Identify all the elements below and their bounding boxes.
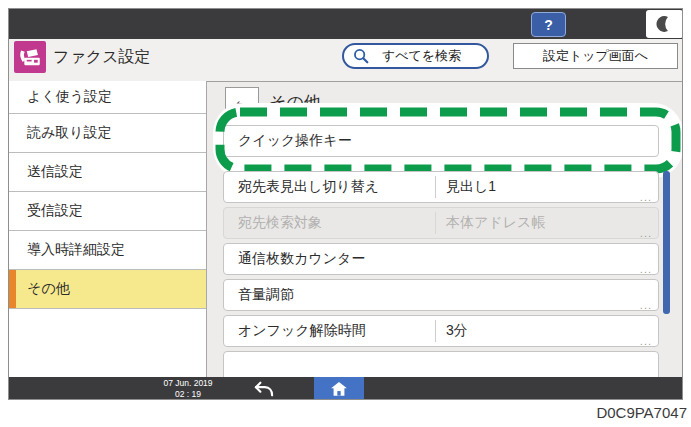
sidebar-item-2[interactable]: 送信設定 [9,153,206,192]
settings-panel: ← その他 クイック操作キー 宛先表見出し切り替え見出し1...宛先検索対象本体… [207,81,683,377]
document-code: D0C9PA7047 [596,404,687,421]
sidebar-item-4[interactable]: 導入時詳細設定 [9,231,206,270]
row-value: 見出し1 [435,176,496,198]
sidebar-item-label: その他 [9,280,70,298]
list-row-4[interactable]: 音量調節... [223,279,659,311]
row-label: 宛先表見出し切り替え [224,178,379,196]
list-row-2: 宛先検索対象本体アドレス帳... [223,207,659,239]
device-screen: ? ファクス設定 [8,8,683,400]
search-icon [352,47,370,65]
list-row-partial[interactable] [223,351,659,377]
home-button[interactable] [314,377,364,400]
sidebar-item-label: よく使う設定 [9,88,112,106]
moon-icon [655,14,675,34]
row-label: オンフック解除時間 [224,322,366,340]
sidebar-item-0[interactable]: よく使う設定 [9,81,206,114]
list-row-5[interactable]: オンフック解除時間3分... [223,315,659,347]
date-text: 07 Jun. 2019 [128,378,248,389]
row-label: 通信枚数カウンター [224,250,365,268]
settings-home-button[interactable]: 設定トップ画面へ [513,43,678,69]
settings-home-label: 設定トップ画面へ [543,47,648,65]
app-header: ファクス設定 すべてを検索 設定トップ画面へ [9,39,683,82]
search-label: すべてを検索 [370,47,487,65]
more-indicator: ... [640,299,652,311]
top-status-bar: ? [9,9,683,39]
list-row-3[interactable]: 通信枚数カウンター... [223,243,659,275]
sidebar-item-5[interactable]: その他 [9,270,206,309]
datetime-display: 07 Jun. 2019 02 : 19 [128,378,248,400]
help-icon: ? [544,17,553,33]
row-value: 本体アドレス帳 [435,212,545,234]
more-indicator: ... [640,191,652,203]
row-label: 宛先検索対象 [224,214,322,232]
settings-sidebar: よく使う設定読み取り設定送信設定受信設定導入時詳細設定その他 [9,81,207,377]
sidebar-item-label: 送信設定 [9,163,83,181]
search-all-button[interactable]: すべてを検索 [342,43,489,69]
more-indicator: ... [640,263,652,275]
return-button[interactable] [244,377,284,400]
home-icon [329,379,349,399]
sleep-mode-button[interactable] [646,10,683,38]
sidebar-item-1[interactable]: 読み取り設定 [9,114,206,153]
more-indicator: ... [640,335,652,347]
row-label: 音量調節 [224,286,294,304]
more-indicator: ... [640,227,652,239]
selected-indicator [9,270,16,308]
sidebar-item-3[interactable]: 受信設定 [9,192,206,231]
return-arrow-icon [253,380,275,398]
settings-list: 宛先表見出し切り替え見出し1...宛先検索対象本体アドレス帳...通信枚数カウン… [223,171,659,377]
scrollbar-thumb[interactable] [663,171,670,314]
sidebar-item-label: 受信設定 [9,202,83,220]
sidebar-item-label: 読み取り設定 [9,124,112,142]
row-value: 3分 [435,320,468,342]
bottom-nav-bar: 07 Jun. 2019 02 : 19 [9,377,683,400]
page-title: ファクス設定 [53,47,151,68]
help-button[interactable]: ? [531,12,566,37]
list-row-1[interactable]: 宛先表見出し切り替え見出し1... [223,171,659,203]
time-text: 02 : 19 [128,389,248,400]
annotation-dashed-border [213,103,683,178]
sidebar-item-label: 導入時詳細設定 [9,241,125,259]
fax-icon [14,41,46,73]
